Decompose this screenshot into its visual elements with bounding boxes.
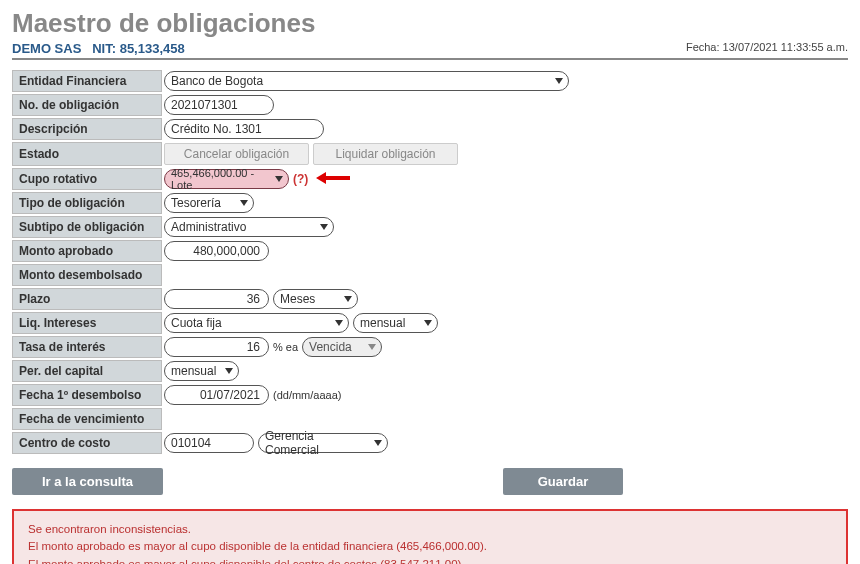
entidad-value: Banco de Bogota <box>171 74 263 88</box>
label-centro-costo: Centro de costo <box>12 432 162 454</box>
label-fecha-1-desembolso: Fecha 1º desembolso <box>12 384 162 406</box>
timestamp: Fecha: 13/07/2021 11:33:55 a.m. <box>686 41 848 56</box>
subtipo-oblig-value: Administrativo <box>171 220 246 234</box>
attention-arrow-icon <box>316 171 350 185</box>
liquidar-obligacion-button: Liquidar obligación <box>313 143 458 165</box>
centro-costo-sel: Gerencia Comercial <box>265 429 369 457</box>
label-entidad: Entidad Financiera <box>12 70 162 92</box>
label-plazo: Plazo <box>12 288 162 310</box>
label-estado: Estado <box>12 142 162 166</box>
fecha-vencimiento-value <box>164 408 594 430</box>
descripcion-input[interactable]: Crédito No. 1301 <box>164 119 324 139</box>
fecha-value: 13/07/2021 11:33:55 a.m. <box>723 41 848 53</box>
label-liq-intereses: Liq. Intereses <box>12 312 162 334</box>
tasa-value: 16 <box>247 340 260 354</box>
label-per-capital: Per. del capital <box>12 360 162 382</box>
form-grid: Entidad Financiera Banco de Bogota No. d… <box>12 70 594 454</box>
label-monto-desembolsado: Monto desembolsado <box>12 264 162 286</box>
label-no-oblig: No. de obligación <box>12 94 162 116</box>
liq-periodo-value: mensual <box>360 316 405 330</box>
fecha-desembolso-input[interactable]: 01/07/2021 <box>164 385 269 405</box>
ir-consulta-button[interactable]: Ir a la consulta <box>12 468 163 495</box>
plazo-unit-value: Meses <box>280 292 315 306</box>
action-bar: Ir a la consulta Guardar <box>12 468 848 495</box>
tasa-modo-value: Vencida <box>309 340 352 354</box>
cupo-rotativo-select[interactable]: 465,466,000.00 - Lote <box>164 169 289 189</box>
centro-costo-input[interactable]: 010104 <box>164 433 254 453</box>
centro-costo-code: 010104 <box>171 436 211 450</box>
liq-periodo-select[interactable]: mensual <box>353 313 438 333</box>
label-subtipo-oblig: Subtipo de obligación <box>12 216 162 238</box>
fecha-label: Fecha: <box>686 41 720 53</box>
centro-costo-select[interactable]: Gerencia Comercial <box>258 433 388 453</box>
cancelar-obligacion-button: Cancelar obligación <box>164 143 309 165</box>
descripcion-value: Crédito No. 1301 <box>171 122 262 136</box>
plazo-unit-select[interactable]: Meses <box>273 289 358 309</box>
liq-tipo-select[interactable]: Cuota fija <box>164 313 349 333</box>
cupo-help-link[interactable]: (?) <box>293 172 308 186</box>
plazo-value: 36 <box>247 292 260 306</box>
liq-tipo-value: Cuota fija <box>171 316 222 330</box>
per-capital-select[interactable]: mensual <box>164 361 239 381</box>
label-monto-aprobado: Monto aprobado <box>12 240 162 262</box>
error-line-3: El monto aprobado es mayor al cupo dispo… <box>28 556 832 565</box>
tipo-oblig-value: Tesorería <box>171 196 221 210</box>
error-message-box: Se encontraron inconsistencias. El monto… <box>12 509 848 564</box>
monto-aprobado-value: 480,000,000 <box>193 244 260 258</box>
entidad-select[interactable]: Banco de Bogota <box>164 71 569 91</box>
tasa-unit: % ea <box>273 341 298 353</box>
label-descripcion: Descripción <box>12 118 162 140</box>
nit-label: NIT: <box>92 41 116 56</box>
company-info: DEMO SAS NIT: 85,133,458 <box>12 41 185 56</box>
monto-aprobado-input[interactable]: 480,000,000 <box>164 241 269 261</box>
no-oblig-value: 2021071301 <box>171 98 238 112</box>
fecha-desembolso-value: 01/07/2021 <box>200 388 260 402</box>
page-title: Maestro de obligaciones <box>12 8 848 39</box>
tasa-input[interactable]: 16 <box>164 337 269 357</box>
cupo-rotativo-value: 465,466,000.00 - Lote <box>171 167 270 191</box>
header-bar: DEMO SAS NIT: 85,133,458 Fecha: 13/07/20… <box>12 41 848 60</box>
error-line-1: Se encontraron inconsistencias. <box>28 521 832 538</box>
guardar-button[interactable]: Guardar <box>503 468 623 495</box>
monto-desembolsado-value <box>164 264 594 286</box>
tipo-oblig-select[interactable]: Tesorería <box>164 193 254 213</box>
error-line-2: El monto aprobado es mayor al cupo dispo… <box>28 538 832 555</box>
label-tasa-interes: Tasa de interés <box>12 336 162 358</box>
subtipo-oblig-select[interactable]: Administrativo <box>164 217 334 237</box>
per-capital-value: mensual <box>171 364 216 378</box>
tasa-modo-select[interactable]: Vencida <box>302 337 382 357</box>
label-cupo-rotativo: Cupo rotativo <box>12 168 162 190</box>
company-name: DEMO SAS <box>12 41 81 56</box>
label-tipo-oblig: Tipo de obligación <box>12 192 162 214</box>
fecha-format-hint: (dd/mm/aaaa) <box>273 389 341 401</box>
label-fecha-vencimiento: Fecha de vencimiento <box>12 408 162 430</box>
plazo-input[interactable]: 36 <box>164 289 269 309</box>
nit-value: 85,133,458 <box>120 41 185 56</box>
no-oblig-input[interactable]: 2021071301 <box>164 95 274 115</box>
